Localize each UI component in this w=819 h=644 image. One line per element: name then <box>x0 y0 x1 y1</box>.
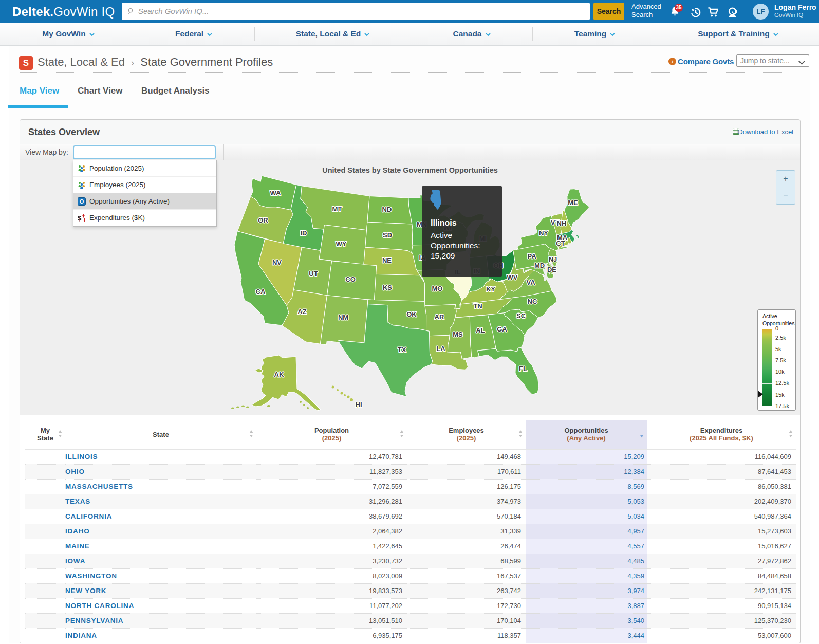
svg-text:MD: MD <box>534 262 545 269</box>
svg-text:ME: ME <box>568 199 578 207</box>
svg-text:O: O <box>80 198 84 205</box>
svg-text:$: $ <box>78 214 82 222</box>
svg-text:WV: WV <box>507 273 518 281</box>
svg-text:WY: WY <box>336 240 347 248</box>
svg-text:NV: NV <box>272 259 282 266</box>
svg-text:VA: VA <box>526 279 535 286</box>
svg-text:KS: KS <box>383 284 392 291</box>
svg-text:TN: TN <box>473 302 482 310</box>
svg-text:FL: FL <box>519 365 527 373</box>
svg-text:AZ: AZ <box>297 308 306 316</box>
svg-text:MS: MS <box>453 330 463 338</box>
svg-text:WA: WA <box>270 189 282 197</box>
svg-text:MO: MO <box>432 285 443 292</box>
svg-text:ND: ND <box>382 206 392 213</box>
svg-text:UT: UT <box>309 270 318 278</box>
svg-text:OR: OR <box>258 216 268 224</box>
svg-text:AR: AR <box>435 313 444 321</box>
svg-text:SD: SD <box>383 231 392 239</box>
svg-text:NC: NC <box>528 298 537 305</box>
svg-text:PA: PA <box>527 252 536 260</box>
svg-text:AK: AK <box>274 371 284 378</box>
svg-text:CA: CA <box>256 288 266 296</box>
svg-text:GA: GA <box>497 325 507 333</box>
svg-text:LA: LA <box>436 345 445 353</box>
svg-text:DE: DE <box>547 266 556 273</box>
svg-text:NM: NM <box>338 314 348 321</box>
svg-text:TX: TX <box>398 346 406 354</box>
svg-text:NE: NE <box>382 256 392 264</box>
svg-text:SC: SC <box>516 312 526 320</box>
svg-text:ID: ID <box>301 229 307 237</box>
svg-text:HI: HI <box>356 401 362 409</box>
svg-text:CT: CT <box>556 240 565 247</box>
svg-text:NJ: NJ <box>549 255 557 263</box>
svg-text:CO: CO <box>345 275 356 283</box>
svg-text:KY: KY <box>486 285 495 293</box>
svg-text:NH: NH <box>557 219 567 227</box>
svg-text:OK: OK <box>406 310 417 318</box>
svg-text:MT: MT <box>332 205 342 213</box>
svg-text:AL: AL <box>476 326 485 334</box>
svg-text:NY: NY <box>539 229 548 237</box>
